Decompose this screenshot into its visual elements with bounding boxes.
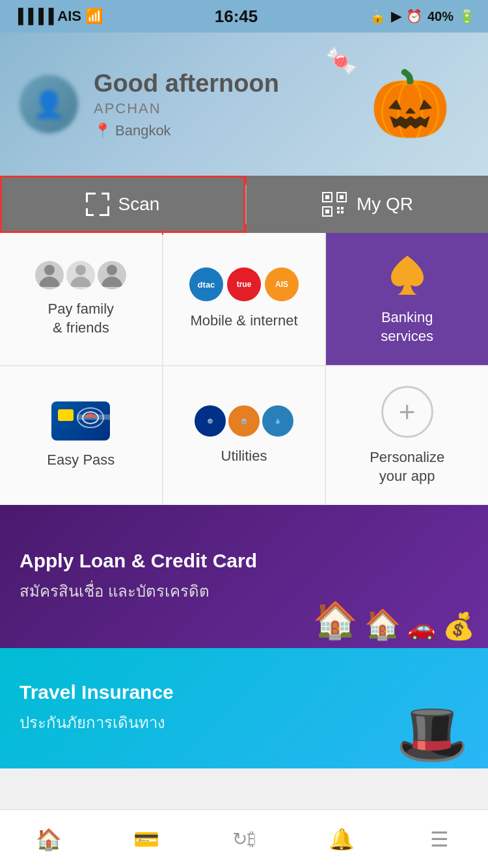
svg-rect-1	[325, 195, 329, 199]
telecom-logos: dtac true AIS	[189, 267, 299, 301]
svg-rect-7	[341, 207, 344, 210]
service-pay-family[interactable]: Pay family& friends	[0, 233, 162, 365]
mobile-internet-label: Mobile & internet	[190, 312, 297, 331]
loan-banner[interactable]: Apply Loan & Credit Card สมัครสินเชื่อ แ…	[0, 505, 488, 648]
utilities-logos: ⚙️ 🏛️ 💧	[195, 405, 293, 437]
banking-icon-area	[385, 252, 430, 298]
easy-pass-label: Easy Pass	[47, 451, 115, 470]
person-icon-2	[66, 261, 95, 290]
plus-icon-area: +	[381, 386, 433, 438]
ais-icon: AIS	[265, 267, 299, 301]
home-icon: 🏠	[36, 827, 62, 852]
card-chip	[58, 409, 74, 421]
loan-banner-title: Apply Loan & Credit Card	[20, 550, 257, 572]
candy-decoration: 🍬	[325, 46, 358, 76]
location-icon: ▶	[391, 8, 401, 24]
scan-button[interactable]: Scan	[0, 176, 245, 233]
transfer-icon: ↻₿	[232, 828, 256, 850]
travel-banner[interactable]: Travel Insurance ประกันภัยการเดินทาง 🎩	[0, 648, 488, 768]
svg-rect-6	[337, 207, 340, 210]
greeting-text: Good afternoon	[94, 70, 279, 98]
travel-banner-decoration: 🎩	[396, 700, 468, 768]
location-text: Bangkok	[115, 122, 171, 139]
service-easy-pass[interactable]: Easy Pass	[0, 366, 162, 505]
alarm-icon: ⏰	[406, 8, 422, 24]
utility-icon-1: ⚙️	[195, 405, 226, 437]
svg-point-10	[44, 265, 55, 275]
easypass-logo	[74, 405, 107, 431]
family-icons	[35, 261, 126, 290]
myqr-button[interactable]: My QR	[247, 176, 488, 233]
svg-point-12	[107, 265, 117, 275]
loan-banner-decoration: 🏠 🏠 🚗 💰	[313, 599, 475, 642]
location-row: 📍 Bangkok	[94, 122, 279, 139]
carrier-label: AIS	[57, 8, 81, 25]
battery-label: 40%	[427, 9, 454, 24]
travel-banner-subtitle: ประกันภัยการเดินทาง	[20, 710, 174, 735]
travel-banner-title: Travel Insurance	[20, 681, 174, 703]
service-utilities[interactable]: ⚙️ 🏛️ 💧 Utilities	[163, 366, 325, 505]
service-mobile-internet[interactable]: dtac true AIS Mobile & internet	[163, 233, 325, 365]
nav-notification[interactable]: 🔔	[293, 827, 390, 852]
nav-wallet[interactable]: 💳	[98, 827, 195, 852]
scan-label: Scan	[118, 194, 160, 215]
family-icon-area	[35, 261, 126, 290]
travel-banner-text: Travel Insurance ประกันภัยการเดินทาง	[20, 681, 174, 735]
pumpkin-decoration: 🎃	[345, 39, 475, 169]
utility-icon-3: 💧	[262, 405, 293, 437]
qr-bar: Scan My QR	[0, 176, 488, 233]
bottom-nav: 🏠 💳 ↻₿ 🔔 ☰	[0, 809, 488, 868]
utilities-label: Utilities	[221, 447, 267, 466]
header-section: 👤 Good afternoon APCHAN 📍 Bangkok 🎃 🍬	[0, 33, 488, 176]
scan-brackets-icon	[86, 193, 109, 216]
utilities-icons-area: ⚙️ 🏛️ 💧	[195, 405, 293, 437]
bell-icon: 🔔	[329, 827, 355, 852]
svg-point-11	[75, 265, 86, 275]
dtac-icon: dtac	[189, 267, 223, 301]
wifi-icon: 📶	[85, 8, 103, 25]
status-time: 16:45	[215, 7, 258, 27]
service-personalize[interactable]: + Personalizeyour app	[326, 366, 488, 505]
easypass-card-icon	[51, 401, 110, 441]
person-icon-3	[98, 261, 126, 290]
services-grid: Pay family& friends dtac true AIS Mobile…	[0, 233, 488, 505]
wallet-icon: 💳	[133, 827, 159, 852]
battery-icon: 🔋	[459, 8, 475, 24]
lock-icon: 🔒	[370, 8, 386, 24]
pay-family-label: Pay family& friends	[48, 300, 114, 337]
status-left: ▐▐▐▐ AIS 📶	[13, 8, 103, 25]
personalize-label: Personalizeyour app	[370, 448, 444, 485]
person-icon-1	[35, 261, 64, 290]
nav-menu[interactable]: ☰	[390, 827, 488, 852]
status-bar: ▐▐▐▐ AIS 📶 16:45 🔒 ▶ ⏰ 40% 🔋	[0, 0, 488, 33]
location-pin-icon: 📍	[94, 122, 111, 139]
loan-banner-subtitle: สมัครสินเชื่อ และบัตรเครดิต	[20, 578, 257, 604]
myqr-label: My QR	[357, 194, 413, 215]
loan-banner-text: Apply Loan & Credit Card สมัครสินเชื่อ แ…	[20, 550, 257, 604]
banking-label: Bankingservices	[381, 308, 433, 346]
banking-spade-icon	[385, 252, 430, 298]
svg-rect-5	[325, 210, 329, 213]
avatar: 👤	[20, 75, 78, 133]
status-right: 🔒 ▶ ⏰ 40% 🔋	[370, 8, 475, 24]
easypass-icon-area	[51, 401, 110, 441]
true-icon: true	[227, 267, 261, 301]
svg-rect-8	[337, 211, 340, 213]
svg-rect-3	[340, 195, 344, 199]
qr-code-icon	[321, 191, 347, 217]
hamburger-icon: ☰	[430, 827, 449, 852]
telecom-icons-area: dtac true AIS	[189, 267, 299, 301]
service-banking[interactable]: Bankingservices	[326, 233, 488, 365]
plus-circle-icon: +	[381, 386, 433, 438]
header-info: Good afternoon APCHAN 📍 Bangkok	[94, 70, 279, 139]
nav-home[interactable]: 🏠	[0, 827, 98, 852]
svg-rect-9	[341, 211, 344, 213]
user-name: APCHAN	[94, 100, 279, 117]
nav-transfer[interactable]: ↻₿	[195, 828, 293, 850]
signal-icon: ▐▐▐▐	[13, 8, 53, 25]
utility-icon-2: 🏛️	[228, 405, 260, 437]
